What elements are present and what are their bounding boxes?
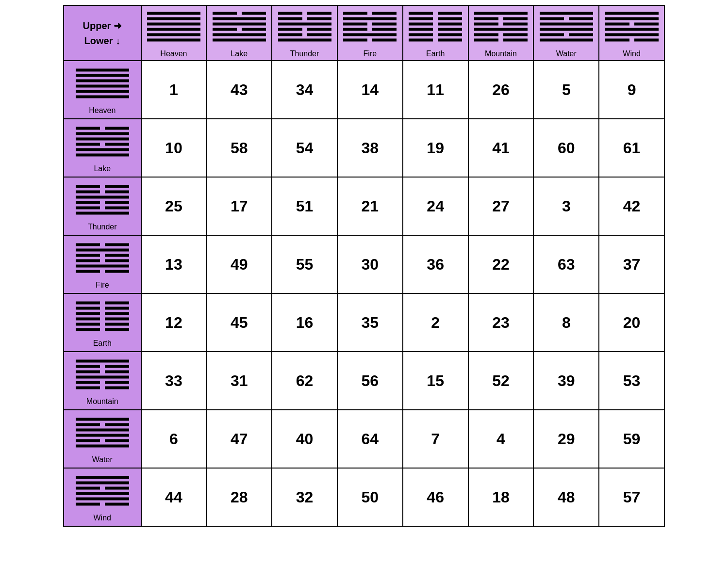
hexagram-number[interactable]: 32 xyxy=(272,468,337,526)
row-header-label: Fire xyxy=(66,281,139,290)
hexagram-number[interactable]: 17 xyxy=(206,177,272,235)
hexagram-number[interactable]: 13 xyxy=(141,235,207,293)
hexagram-number[interactable]: 36 xyxy=(403,235,468,293)
hexagram-number[interactable]: 50 xyxy=(337,468,403,526)
hexagram-number[interactable]: 59 xyxy=(599,410,664,468)
svg-rect-60 xyxy=(540,28,593,31)
svg-rect-76 xyxy=(76,90,129,93)
hexagram-number[interactable]: 37 xyxy=(599,235,664,293)
row-header-label: Mountain xyxy=(66,397,139,406)
hexagram-number[interactable]: 41 xyxy=(468,119,534,177)
hexagram-number[interactable]: 40 xyxy=(272,410,337,468)
svg-rect-121 xyxy=(76,371,100,373)
hexagram-number[interactable]: 29 xyxy=(533,410,599,468)
hexagram-number[interactable]: 6 xyxy=(141,410,207,468)
lower-label: Lower ↓ xyxy=(66,35,139,47)
row-header-label: Water xyxy=(66,455,139,464)
hexagram-number[interactable]: 45 xyxy=(206,293,272,352)
hexagram-number[interactable]: 33 xyxy=(141,352,207,410)
trigram-svg xyxy=(147,8,200,46)
hexagram-number[interactable]: 3 xyxy=(533,177,599,235)
hexagram-number[interactable]: 8 xyxy=(533,293,599,352)
hexagram-number[interactable]: 23 xyxy=(468,293,534,352)
svg-rect-48 xyxy=(503,17,528,20)
svg-rect-140 xyxy=(76,492,129,495)
hexagram-number[interactable]: 47 xyxy=(206,410,272,468)
hexagram-number[interactable]: 51 xyxy=(272,177,337,235)
hexagram-number[interactable]: 42 xyxy=(599,177,664,235)
hexagram-number[interactable]: 49 xyxy=(206,235,272,293)
hexagram-number[interactable]: 9 xyxy=(599,61,664,119)
hexagram-number[interactable]: 53 xyxy=(599,352,664,410)
hexagram-number[interactable]: 19 xyxy=(403,119,468,177)
hexagram-number[interactable]: 62 xyxy=(272,352,337,410)
svg-rect-31 xyxy=(343,33,397,36)
hexagram-number[interactable]: 14 xyxy=(337,61,403,119)
svg-rect-97 xyxy=(105,243,129,246)
hexagram-number[interactable]: 38 xyxy=(337,119,403,177)
svg-rect-120 xyxy=(105,365,129,368)
hexagram-number[interactable]: 5 xyxy=(533,61,599,119)
hexagram-number[interactable]: 16 xyxy=(272,293,337,352)
row-header-water: Water xyxy=(64,410,141,468)
hexagram-number[interactable]: 24 xyxy=(403,177,468,235)
hexagram-number[interactable]: 12 xyxy=(141,293,207,352)
hexagram-number[interactable]: 27 xyxy=(468,177,534,235)
hexagram-number[interactable]: 30 xyxy=(337,235,403,293)
hexagram-number[interactable]: 20 xyxy=(599,293,664,352)
hexagram-number[interactable]: 15 xyxy=(403,352,468,410)
hexagram-number[interactable]: 56 xyxy=(337,352,403,410)
hexagram-number[interactable]: 55 xyxy=(272,235,337,293)
iching-table: Upper ➜ Lower ↓ HeavenLakeThunderFireEar… xyxy=(63,5,665,527)
trigram-svg xyxy=(409,8,462,46)
hexagram-number[interactable]: 61 xyxy=(599,119,664,177)
hexagram-number[interactable]: 28 xyxy=(206,468,272,526)
hexagram-number[interactable]: 22 xyxy=(468,235,534,293)
svg-rect-73 xyxy=(76,74,129,77)
svg-rect-136 xyxy=(76,476,129,479)
hexagram-number[interactable]: 1 xyxy=(141,61,207,119)
hexagram-number[interactable]: 4 xyxy=(468,410,534,468)
hexagram-number[interactable]: 57 xyxy=(599,468,664,526)
hexagram-number[interactable]: 10 xyxy=(141,119,207,177)
svg-rect-77 xyxy=(76,96,129,98)
hexagram-number[interactable]: 21 xyxy=(337,177,403,235)
hexagram-number[interactable]: 44 xyxy=(141,468,207,526)
trigram-svg xyxy=(76,414,129,452)
svg-rect-66 xyxy=(605,23,629,26)
svg-rect-56 xyxy=(540,12,593,15)
hexagram-number[interactable]: 54 xyxy=(272,119,337,177)
trigram-svg xyxy=(76,239,129,277)
hexagram-number[interactable]: 18 xyxy=(468,468,534,526)
hexagram-number[interactable]: 64 xyxy=(337,410,403,468)
hexagram-number[interactable]: 39 xyxy=(533,352,599,410)
hexagram-number[interactable]: 2 xyxy=(403,293,468,352)
hexagram-number[interactable]: 63 xyxy=(533,235,599,293)
hexagram-number[interactable]: 25 xyxy=(141,177,207,235)
hexagram-number[interactable]: 43 xyxy=(206,61,272,119)
trigram-svg xyxy=(540,8,593,46)
svg-rect-49 xyxy=(474,23,498,26)
svg-rect-113 xyxy=(105,318,129,321)
svg-rect-111 xyxy=(105,312,129,315)
trigram-svg xyxy=(213,8,266,46)
col-header-label: Thunder xyxy=(274,49,335,58)
svg-rect-101 xyxy=(76,259,100,262)
hexagram-number[interactable]: 35 xyxy=(337,293,403,352)
hexagram-number[interactable]: 11 xyxy=(403,61,468,119)
hexagram-number[interactable]: 26 xyxy=(468,61,534,119)
hexagram-number[interactable]: 52 xyxy=(468,352,534,410)
hexagram-number[interactable]: 58 xyxy=(206,119,272,177)
svg-rect-40 xyxy=(409,28,433,31)
hexagram-number[interactable]: 31 xyxy=(206,352,272,410)
hexagram-number[interactable]: 48 xyxy=(533,468,599,526)
table-row: Wind4428325046184857 xyxy=(64,468,664,526)
hexagram-number[interactable]: 34 xyxy=(272,61,337,119)
hexagram-number[interactable]: 7 xyxy=(403,410,468,468)
hexagram-number[interactable]: 46 xyxy=(403,468,468,526)
svg-rect-108 xyxy=(76,307,100,310)
svg-rect-72 xyxy=(76,69,129,72)
svg-rect-137 xyxy=(76,482,129,485)
svg-rect-78 xyxy=(76,127,100,130)
hexagram-number[interactable]: 60 xyxy=(533,119,599,177)
